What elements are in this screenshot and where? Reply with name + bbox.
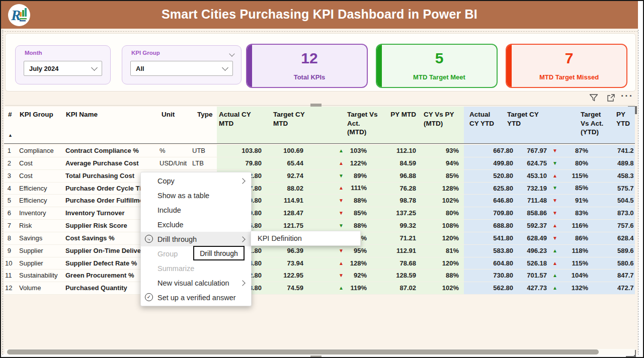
target-vs-actual-ytd-cell: ▲118% — [552, 245, 588, 257]
target-vs-actual-pct: 91% — [575, 195, 588, 207]
table-row[interactable]: 11SustainabilityGreen Procurement %2.801… — [4, 270, 635, 282]
column-header[interactable]: CY Vs PY (MTD) — [424, 110, 454, 128]
target-vs-actual-pct: 122% — [350, 157, 367, 169]
row-number: 5 — [5, 195, 11, 207]
column-header[interactable]: # — [8, 110, 12, 119]
menu-item-exclude[interactable]: Exclude — [141, 217, 251, 232]
menu-item-include[interactable]: Include — [141, 203, 251, 217]
target-vs-actual-mtd-cell: ▼85% — [339, 207, 367, 219]
menu-item-label: Copy — [157, 177, 175, 185]
target-vs-actual-pct: 80% — [575, 157, 588, 169]
row-number: 8 — [5, 232, 11, 244]
table-row[interactable]: 12VolumePurchased Quantity8.8074.59▲119%… — [4, 282, 635, 295]
target-vs-actual-mtd-cell: ▲122% — [339, 157, 367, 169]
target-vs-actual-mtd-cell: ▲103% — [339, 145, 367, 157]
month-slicer-label: Month — [25, 50, 42, 56]
arrow-up-icon: ▲ — [339, 261, 344, 266]
target-cy-mtd-cell: 100.69 — [262, 145, 303, 157]
target-vs-actual-pct: 116% — [572, 220, 588, 232]
menu-item-set-up-a-verified-answer[interactable]: ✓Set up a verified answer — [141, 290, 251, 305]
py-ytd-cell: 472.7 — [617, 282, 635, 294]
kpi-group-cell: Efficiency — [19, 183, 65, 195]
table-row[interactable]: 5EfficiencyPurchase Order Fulfillment0.8… — [4, 195, 635, 207]
month-dropdown[interactable]: July 2024 — [24, 61, 102, 76]
column-header[interactable]: Target CY YTD — [507, 110, 539, 128]
target-vs-actual-ytd-cell: ▼83% — [552, 207, 588, 219]
column-header[interactable]: Target Vs Act. (YTD) — [581, 110, 603, 137]
table-row[interactable]: 9SupplierSupplier On-Time Delivery1.8096… — [4, 245, 635, 257]
arrow-up-icon: ▲ — [552, 286, 557, 291]
target-cy-ytd-cell: 526.18 — [506, 257, 547, 270]
resize-handle-bottom[interactable] — [310, 355, 321, 358]
column-header[interactable]: Target Vs Act. (MTD) — [347, 110, 378, 137]
selection-guide-left — [3, 30, 3, 355]
cy-vs-py-mtd-cell: 128% — [419, 183, 459, 195]
chevron-right-icon — [239, 178, 245, 184]
target-vs-actual-pct: 115% — [572, 257, 588, 270]
mtd-target-missed-card[interactable]: 7 MTD Target Missed — [506, 44, 627, 88]
row-number: 6 — [5, 207, 11, 219]
more-options-icon[interactable]: ··· — [621, 91, 633, 102]
kpi-group-cell: Risk — [19, 220, 65, 232]
drill-through-icon: → — [145, 235, 153, 243]
menu-item-copy[interactable]: Copy — [141, 173, 251, 188]
kpi-name-cell: Average Purchase Cost — [65, 157, 166, 169]
column-header[interactable]: PY YTD — [616, 110, 635, 128]
sort-ascending-icon[interactable]: ▲ — [8, 133, 13, 138]
column-header[interactable]: Type — [197, 110, 213, 119]
menu-item-show-as-a-table[interactable]: Show as a table — [141, 188, 251, 203]
column-header[interactable]: Actual CY MTD — [219, 110, 251, 128]
table-header: # KPI Group KPI Name Unit Type Actual CY… — [4, 107, 635, 144]
target-cy-mtd-cell: 121.75 — [262, 220, 303, 232]
drill-through-tooltip: Drill through — [193, 246, 245, 260]
mtd-target-meet-card[interactable]: 5 MTD Target Meet — [376, 44, 498, 88]
kpi-group-dropdown[interactable]: All — [130, 61, 233, 76]
chevron-down-icon — [222, 64, 228, 71]
total-kpis-card[interactable]: 12 Total KPIs — [246, 44, 368, 88]
column-header[interactable]: Unit — [162, 110, 175, 119]
target-vs-actual-mtd-cell: ▲119% — [339, 282, 367, 294]
table-body: 1ComplianceContract Compliance %%UTB103.… — [4, 145, 635, 295]
kpi-group-slicer: KPI Group All — [122, 45, 242, 84]
table-row[interactable]: 1ComplianceContract Compliance %%UTB103.… — [4, 145, 635, 157]
py-ytd-cell: 589.6 — [617, 245, 635, 257]
menu-item-new-visual-calculation[interactable]: New visual calculation — [141, 276, 251, 290]
menu-item-drill-through[interactable]: →Drill through — [141, 232, 251, 246]
column-header[interactable]: Actual CY YTD — [469, 110, 494, 128]
menu-item-label: Exclude — [157, 221, 184, 229]
table-row[interactable]: 3CostTotal Purchasing Cost2.8092.74▼89%9… — [4, 170, 635, 183]
target-vs-actual-ytd-cell: ▼91% — [552, 195, 588, 207]
arrow-down-icon: ▼ — [339, 211, 344, 216]
column-header[interactable]: PY MTD — [379, 110, 416, 119]
kpi-group-cell: Efficiency — [19, 195, 65, 207]
target-vs-actual-pct: 132% — [572, 282, 588, 294]
arrow-up-icon: ▲ — [552, 223, 557, 228]
kpi-group-cell: Cost — [19, 157, 65, 169]
target-cy-mtd-cell: 65.44 — [262, 157, 303, 169]
kpi-group-cell: Supplier — [19, 257, 65, 270]
submenu-item-kpi-definition[interactable]: KPI Definition — [258, 234, 302, 242]
menu-item-label: Summarize — [157, 264, 194, 273]
column-header[interactable]: Target CY MTD — [273, 110, 305, 128]
column-header[interactable]: KPI Name — [66, 110, 98, 119]
py-mtd-cell: 96.88 — [376, 170, 416, 182]
month-slicer: Month July 2024 — [15, 45, 111, 84]
page-title: Smart Cities Purchasing KPI Dashboard in… — [1, 7, 638, 22]
menu-item-label: Show as a table — [157, 192, 209, 200]
table-row[interactable]: 2CostAverage Purchase CostUSD/UnitLTB79.… — [4, 157, 635, 170]
target-cy-ytd-cell: 496.23 — [506, 245, 547, 257]
target-vs-actual-pct: 85% — [354, 207, 367, 219]
column-header[interactable]: KPI Group — [20, 110, 53, 119]
table-row[interactable]: 6InventoryInventory Turnover9.80128.47▼8… — [4, 207, 635, 220]
chevron-down-icon[interactable] — [229, 51, 234, 56]
cy-vs-py-mtd-cell: 94% — [419, 157, 459, 169]
kpi-group-cell: Sustainability — [19, 270, 65, 282]
table-row[interactable]: 10SupplierSupplier Defect Rate %4.8073.9… — [4, 257, 635, 270]
horizontal-scrollbar-thumb[interactable] — [7, 349, 599, 354]
focus-mode-icon[interactable] — [606, 93, 617, 103]
filter-icon[interactable] — [589, 93, 600, 103]
table-row[interactable]: 4EfficiencyPurchase Order Cycle Time7.80… — [4, 183, 635, 195]
chevron-right-icon — [239, 280, 245, 286]
target-vs-actual-pct: 111% — [351, 182, 367, 194]
target-vs-actual-mtd-cell: ▼88% — [339, 195, 367, 207]
